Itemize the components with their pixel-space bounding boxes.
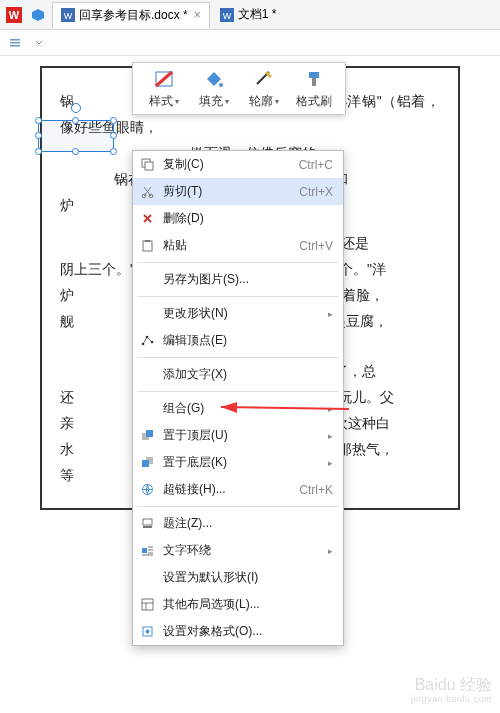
menu-label: 复制(C) [163, 156, 299, 173]
menu-item[interactable]: 组合(G)▸ [133, 395, 343, 422]
svg-point-19 [141, 343, 144, 346]
svg-rect-29 [142, 548, 147, 553]
menu-item[interactable]: 其他布局选项(L)... [133, 591, 343, 618]
resize-handle[interactable] [72, 148, 79, 155]
svg-rect-8 [10, 45, 20, 47]
title-bar: W W 回享参考目标.docx * × W 文档1 * [0, 0, 500, 30]
secondary-toolbar [0, 30, 500, 56]
hyperlink-icon [139, 482, 155, 498]
svg-rect-27 [143, 519, 152, 525]
menu-item[interactable]: 添加文字(X) [133, 361, 343, 388]
menu-item[interactable]: 置于顶层(U)▸ [133, 422, 343, 449]
menu-item[interactable]: 复制(C)Ctrl+C [133, 151, 343, 178]
resize-handle[interactable] [72, 117, 79, 124]
menu-icon [139, 306, 155, 322]
selected-shape[interactable] [38, 120, 114, 152]
menu-label: 更改形状(N) [163, 305, 324, 322]
chevron-down-icon: ▾ [175, 97, 179, 106]
shape-style-button[interactable]: 样式▾ [139, 67, 189, 110]
menu-item[interactable]: 另存为图片(S)... [133, 266, 343, 293]
menu-item[interactable]: 文字环绕▸ [133, 537, 343, 564]
resize-handle[interactable] [35, 117, 42, 124]
svg-rect-7 [10, 42, 20, 44]
menu-label: 删除(D) [163, 210, 333, 227]
resize-handle[interactable] [110, 117, 117, 124]
menu-icon [139, 272, 155, 288]
menu-item[interactable]: 置于底层(K)▸ [133, 449, 343, 476]
svg-point-21 [150, 341, 153, 344]
shape-mini-toolbar: 样式▾ 填充▾ 轮廓▾ 格式刷 [132, 62, 346, 115]
tab-label: 回享参考目标.docx * [79, 7, 188, 24]
menu-icon [139, 570, 155, 586]
svg-text:W: W [9, 9, 20, 21]
svg-rect-17 [143, 241, 152, 251]
wrap-icon [139, 543, 155, 559]
resize-handle[interactable] [110, 132, 117, 139]
resize-handle[interactable] [35, 132, 42, 139]
chevron-down-icon: ▾ [225, 97, 229, 106]
rotate-handle[interactable] [71, 103, 81, 113]
menu-item[interactable]: 题注(Z)... [133, 510, 343, 537]
menu-icon [139, 367, 155, 383]
menu-item[interactable]: 设置为默认形状(I) [133, 564, 343, 591]
delete-icon [139, 211, 155, 227]
svg-rect-14 [145, 162, 153, 170]
menu-separator [137, 357, 339, 358]
paste-icon [139, 238, 155, 254]
box-icon[interactable] [28, 5, 48, 25]
svg-rect-25 [142, 460, 149, 467]
svg-rect-12 [312, 78, 316, 86]
svg-rect-11 [309, 72, 319, 78]
menu-item[interactable]: 超链接(H)...Ctrl+K [133, 476, 343, 503]
menu-label: 粘贴 [163, 237, 299, 254]
menu-item[interactable]: 更改形状(N)▸ [133, 300, 343, 327]
cut-icon [139, 184, 155, 200]
close-icon[interactable]: × [194, 8, 201, 22]
menu-item[interactable]: 粘贴Ctrl+V [133, 232, 343, 259]
svg-rect-34 [142, 599, 153, 610]
menu-label: 设置对象格式(O)... [163, 623, 333, 640]
send-back-icon [139, 455, 155, 471]
chevron-right-icon: ▸ [328, 309, 333, 319]
menu-shortcut: Ctrl+C [299, 158, 333, 172]
chevron-right-icon: ▸ [328, 458, 333, 468]
menu-separator [137, 506, 339, 507]
menu-label: 题注(Z)... [163, 515, 333, 532]
watermark: Baidu 经验 jingyan.baidu.com [411, 677, 492, 707]
resize-handle[interactable] [110, 148, 117, 155]
menu-label: 设置为默认形状(I) [163, 569, 333, 586]
menu-label: 置于底层(K) [163, 454, 324, 471]
menu-item[interactable]: 设置对象格式(O)... [133, 618, 343, 645]
tab-doc2[interactable]: W 文档1 * [212, 2, 286, 28]
word-doc-icon: W [220, 8, 234, 22]
format-icon [139, 624, 155, 640]
menu-item[interactable]: 剪切(T)Ctrl+X [133, 178, 343, 205]
format-painter-button[interactable]: 格式刷 [289, 67, 339, 110]
chevron-right-icon: ▸ [328, 431, 333, 441]
tab-doc1[interactable]: W 回享参考目标.docx * × [52, 2, 210, 28]
chevron-down-icon[interactable] [30, 34, 48, 52]
caption-icon [139, 516, 155, 532]
menu-separator [137, 391, 339, 392]
menu-icon[interactable] [6, 34, 24, 52]
svg-rect-23 [146, 430, 153, 437]
fill-icon [202, 67, 226, 91]
menu-item[interactable]: 删除(D) [133, 205, 343, 232]
format-painter-icon [302, 67, 326, 91]
svg-rect-6 [10, 39, 20, 41]
shape-fill-button[interactable]: 填充▾ [189, 67, 239, 110]
shape-outline-button[interactable]: 轮廓▾ [239, 67, 289, 110]
context-menu: 复制(C)Ctrl+C剪切(T)Ctrl+X删除(D)粘贴Ctrl+V另存为图片… [132, 150, 344, 646]
svg-text:W: W [222, 11, 231, 21]
tab-label: 文档1 * [238, 6, 277, 23]
menu-label: 其他布局选项(L)... [163, 596, 333, 613]
menu-label: 超链接(H)... [163, 481, 299, 498]
resize-handle[interactable] [35, 148, 42, 155]
menu-label: 另存为图片(S)... [163, 271, 333, 288]
svg-point-10 [219, 83, 223, 87]
menu-label: 添加文字(X) [163, 366, 333, 383]
menu-label: 剪切(T) [163, 183, 299, 200]
menu-separator [137, 262, 339, 263]
layout-icon [139, 597, 155, 613]
menu-item[interactable]: 编辑顶点(E) [133, 327, 343, 354]
